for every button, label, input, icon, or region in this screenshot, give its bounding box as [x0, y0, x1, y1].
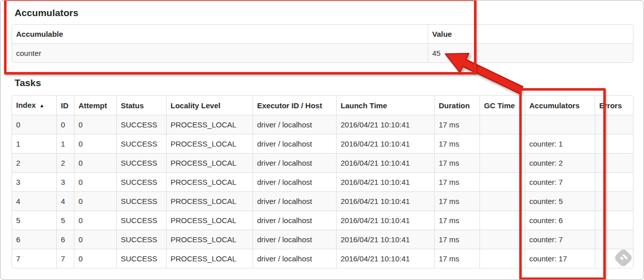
table-cell: 5 [12, 211, 57, 230]
table-cell [525, 115, 595, 134]
table-cell: counter: 1 [525, 134, 595, 154]
column-header-index-label: Index [16, 101, 36, 109]
table-cell [480, 211, 525, 230]
table-cell: driver / localhost [253, 115, 337, 134]
table-cell: PROCESS_LOCAL [167, 115, 253, 134]
column-header-accumulators[interactable]: Accumulators [525, 96, 595, 115]
column-header-locality-level[interactable]: Locality Level [167, 96, 253, 115]
table-cell: 17 ms [435, 115, 480, 134]
table-cell: 17 ms [435, 249, 480, 268]
table-cell [595, 230, 633, 249]
table-cell: PROCESS_LOCAL [167, 154, 253, 173]
table-cell [595, 154, 633, 173]
table-cell [480, 230, 525, 249]
column-header-errors[interactable]: Errors [595, 96, 633, 115]
accumulators-header-row: Accumulable Value [12, 25, 633, 44]
table-cell: 2016/04/21 10:10:41 [337, 230, 435, 249]
table-cell: PROCESS_LOCAL [167, 134, 253, 154]
table-cell: driver / localhost [253, 134, 337, 154]
table-cell: SUCCESS [117, 249, 167, 268]
spark-ui-stage-page: Accumulators Accumulable Value counter45… [0, 0, 644, 280]
table-cell: counter: 7 [525, 230, 595, 249]
table-cell: 3 [12, 173, 57, 192]
table-cell: 3 [57, 173, 74, 192]
table-cell: 0 [57, 115, 74, 134]
table-cell: 6 [12, 230, 57, 249]
table-cell [595, 192, 633, 211]
table-cell: SUCCESS [117, 230, 167, 249]
column-header-duration[interactable]: Duration [435, 96, 480, 115]
table-row: 000SUCCESSPROCESS_LOCALdriver / localhos… [12, 115, 633, 134]
column-header-value: Value [428, 25, 633, 44]
table-cell: 4 [12, 192, 57, 211]
column-header-attempt[interactable]: Attempt [74, 96, 117, 115]
table-cell: counter: 7 [525, 173, 595, 192]
table-cell: SUCCESS [117, 192, 167, 211]
table-row: 440SUCCESSPROCESS_LOCALdriver / localhos… [12, 192, 633, 211]
table-cell: 0 [74, 211, 117, 230]
column-header-launch-time[interactable]: Launch Time [337, 96, 435, 115]
table-cell: counter: 2 [525, 154, 595, 173]
table-cell: counter: 6 [525, 211, 595, 230]
table-cell: 5 [57, 211, 74, 230]
column-header-status[interactable]: Status [117, 96, 167, 115]
table-cell: driver / localhost [253, 192, 337, 211]
column-header-index[interactable]: Index▲ [12, 96, 57, 115]
column-header-accumulable: Accumulable [12, 25, 428, 44]
table-cell: 0 [12, 115, 57, 134]
table-cell: 17 ms [435, 230, 480, 249]
table-cell: counter: 17 [525, 249, 595, 268]
table-cell: driver / localhost [253, 211, 337, 230]
table-cell: driver / localhost [253, 230, 337, 249]
column-header-id[interactable]: ID [57, 96, 74, 115]
table-cell: PROCESS_LOCAL [167, 192, 253, 211]
table-cell [480, 134, 525, 154]
table-cell: counter [12, 44, 428, 62]
table-cell [595, 134, 633, 154]
table-cell: 2016/04/21 10:10:41 [337, 173, 435, 192]
table-row: 220SUCCESSPROCESS_LOCALdriver / localhos… [12, 154, 633, 173]
table-cell [480, 173, 525, 192]
table-cell: 0 [74, 192, 117, 211]
table-cell: 7 [57, 249, 74, 268]
table-cell: 1 [57, 134, 74, 154]
table-cell: 4 [57, 192, 74, 211]
table-cell: 1 [12, 134, 57, 154]
table-cell: 0 [74, 230, 117, 249]
table-cell: PROCESS_LOCAL [167, 249, 253, 268]
table-cell: 0 [74, 154, 117, 173]
table-cell: 0 [74, 134, 117, 154]
table-cell: 2016/04/21 10:10:41 [337, 211, 435, 230]
table-cell [480, 192, 525, 211]
table-cell: driver / localhost [253, 154, 337, 173]
table-cell [595, 115, 633, 134]
accumulators-table: Accumulable Value counter45 [12, 24, 633, 63]
feedly-logo-stripe [620, 256, 624, 260]
table-cell: 17 ms [435, 173, 480, 192]
table-cell [595, 211, 633, 230]
table-cell: SUCCESS [117, 173, 167, 192]
table-cell [595, 173, 633, 192]
table-cell: PROCESS_LOCAL [167, 211, 253, 230]
accumulators-heading: Accumulators [15, 7, 632, 19]
table-cell: 0 [74, 249, 117, 268]
table-cell [480, 115, 525, 134]
table-cell: SUCCESS [117, 134, 167, 154]
table-cell: driver / localhost [253, 173, 337, 192]
table-cell: 7 [12, 249, 57, 268]
table-cell: 6 [57, 230, 74, 249]
column-header-executor-id-host[interactable]: Executor ID / Host [253, 96, 337, 115]
table-cell: 17 ms [435, 211, 480, 230]
tasks-heading: Tasks [15, 77, 632, 89]
table-cell: SUCCESS [117, 211, 167, 230]
page-content: Accumulators Accumulable Value counter45… [1, 7, 643, 268]
table-cell: 45 [428, 44, 633, 62]
table-row: 660SUCCESSPROCESS_LOCALdriver / localhos… [12, 230, 633, 249]
table-cell: 2016/04/21 10:10:41 [337, 249, 435, 268]
table-cell: 2016/04/21 10:10:41 [337, 115, 435, 134]
table-cell: 2 [57, 154, 74, 173]
sort-ascending-icon: ▲ [39, 103, 44, 108]
table-row: 770SUCCESSPROCESS_LOCALdriver / localhos… [12, 249, 633, 268]
column-header-gc-time[interactable]: GC Time [480, 96, 525, 115]
table-cell: 0 [74, 173, 117, 192]
